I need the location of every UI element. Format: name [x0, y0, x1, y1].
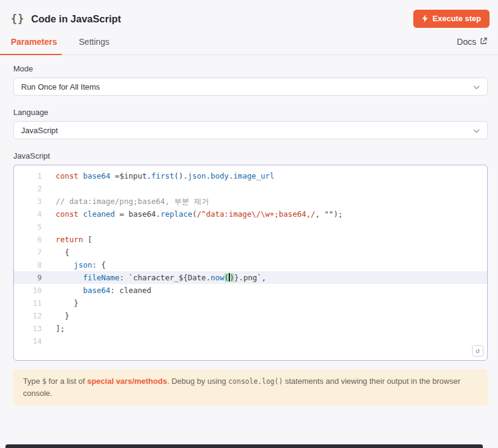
- code-line[interactable]: 14: [14, 335, 487, 348]
- mode-select[interactable]: Run Once for All Items: [13, 77, 488, 96]
- mode-select-value: Run Once for All Items: [21, 82, 100, 91]
- code-line-content[interactable]: const cleaned = base64.replace(/^data:im…: [56, 208, 342, 220]
- code-line-content[interactable]: fileName: `character_${Date.now()}.png`,: [56, 271, 266, 284]
- code-token: base64: [83, 286, 110, 295]
- tab-parameters[interactable]: Parameters: [11, 37, 57, 54]
- notice-text: Type: [23, 377, 42, 386]
- inline-code: $: [42, 377, 47, 386]
- code-line-content[interactable]: return [: [56, 233, 92, 246]
- code-line[interactable]: 2: [14, 182, 487, 195]
- code-token: .: [229, 171, 234, 180]
- code-token: [: [83, 235, 92, 244]
- language-select-value: JavaScript: [21, 126, 58, 135]
- tab-settings[interactable]: Settings: [79, 37, 110, 54]
- line-number: 14: [14, 335, 42, 348]
- code-line-content[interactable]: }: [56, 297, 79, 309]
- code-token: const: [56, 209, 79, 219]
- code-editor[interactable]: 1const base64 =$input.first().json.body.…: [13, 165, 488, 361]
- code-token: replace: [160, 209, 192, 219]
- chevron-down-icon: [473, 126, 480, 135]
- code-token: .: [206, 273, 211, 282]
- bottom-panel-edge: [5, 444, 483, 448]
- code-line[interactable]: 9 fileName: `character_${Date.now()}.png…: [14, 271, 487, 284]
- line-number: 1: [14, 170, 42, 182]
- line-number: 4: [14, 208, 42, 220]
- code-token: /^data:image\/\w+;base64,/: [197, 209, 315, 219]
- docs-label: Docs: [457, 37, 476, 47]
- code-line[interactable]: 7 {: [14, 246, 487, 259]
- code-line-content[interactable]: // data:image/png;base64, 부분 제거: [56, 195, 209, 208]
- code-token: }: [56, 298, 79, 308]
- chevron-down-icon: [473, 82, 480, 91]
- page-title: Code in JavaScript: [31, 13, 121, 25]
- line-number: 2: [14, 182, 42, 195]
- code-token: .: [156, 209, 161, 219]
- code-token: : {: [92, 260, 106, 269]
- code-token: $input: [119, 171, 146, 180]
- editor-history-button[interactable]: ↺: [472, 345, 483, 357]
- mode-label: Mode: [13, 64, 488, 73]
- code-line[interactable]: 3// data:image/png;base64, 부분 제거: [14, 195, 487, 208]
- code-token: =: [110, 171, 119, 180]
- code-line[interactable]: 1const base64 =$input.first().json.body.…: [14, 170, 487, 182]
- code-token: Date: [188, 273, 206, 282]
- line-number: 8: [14, 259, 42, 271]
- language-select[interactable]: JavaScript: [13, 121, 488, 139]
- code-line-content[interactable]: {: [56, 246, 70, 259]
- code-line[interactable]: 10 base64: cleaned: [14, 284, 487, 297]
- code-token: =: [115, 209, 129, 219]
- code-line-content[interactable]: base64: cleaned: [56, 284, 151, 297]
- code-token: body: [211, 171, 229, 180]
- code-line-content[interactable]: ];: [56, 322, 65, 335]
- code-token: (: [224, 273, 229, 282]
- docs-link[interactable]: Docs: [457, 37, 487, 54]
- line-number: 12: [14, 309, 42, 322]
- code-line-content[interactable]: const base64 =$input.first().json.body.i…: [56, 170, 274, 182]
- code-token: }: [56, 311, 70, 320]
- parameters-panel: Mode Run Once for All Items Language Jav…: [0, 64, 498, 406]
- code-token: "": [324, 209, 333, 219]
- code-line[interactable]: 6return [: [14, 233, 487, 246]
- code-line[interactable]: 4const cleaned = base64.replace(/^data:i…: [14, 208, 487, 220]
- code-token: ): [230, 273, 235, 282]
- code-token: now: [211, 273, 224, 282]
- code-line[interactable]: 5: [14, 220, 487, 233]
- code-node-icon: {}: [11, 13, 24, 25]
- code-token: fileName: [83, 273, 119, 282]
- line-number: 5: [14, 220, 42, 233]
- line-number: 13: [14, 322, 42, 335]
- code-line-content[interactable]: json: {: [56, 259, 106, 271]
- line-number: 7: [14, 246, 42, 259]
- code-token: const: [56, 171, 79, 180]
- inline-code: console.log(): [228, 377, 283, 386]
- language-label: Language: [13, 108, 488, 117]
- code-token: cleaned: [83, 209, 115, 219]
- lightning-bolt-icon: [422, 15, 428, 22]
- code-node-panel: {} Code in JavaScript Execute step Param…: [0, 0, 498, 406]
- execute-step-button[interactable]: Execute step: [413, 10, 490, 28]
- line-number: 9: [14, 271, 42, 284]
- code-line[interactable]: 8 json: {: [14, 259, 487, 271]
- code-token: base64: [83, 171, 110, 180]
- code-token: ().: [174, 171, 188, 180]
- header: {} Code in JavaScript Execute step: [0, 0, 498, 28]
- code-line[interactable]: 13];: [14, 322, 487, 335]
- hint-callout: Type $ for a list of special vars/method…: [13, 369, 488, 406]
- code-token: );: [333, 209, 342, 219]
- code-token: [56, 286, 83, 295]
- external-link-icon: [480, 37, 487, 47]
- code-token: }: [234, 273, 239, 282]
- special-vars-link[interactable]: special vars/methods: [87, 377, 167, 386]
- code-line[interactable]: 11 }: [14, 297, 487, 309]
- code-token: ];: [56, 324, 65, 333]
- header-left: {} Code in JavaScript: [11, 13, 121, 25]
- code-token: first: [151, 171, 174, 180]
- code-lines: 1const base64 =$input.first().json.body.…: [14, 170, 487, 348]
- code-token: json: [74, 260, 92, 269]
- line-number: 10: [14, 284, 42, 297]
- code-token: ${: [179, 273, 188, 282]
- code-token: {: [56, 248, 70, 257]
- code-line-content[interactable]: }: [56, 309, 70, 322]
- code-line[interactable]: 12 }: [14, 309, 487, 322]
- code-token: image_url: [234, 171, 275, 180]
